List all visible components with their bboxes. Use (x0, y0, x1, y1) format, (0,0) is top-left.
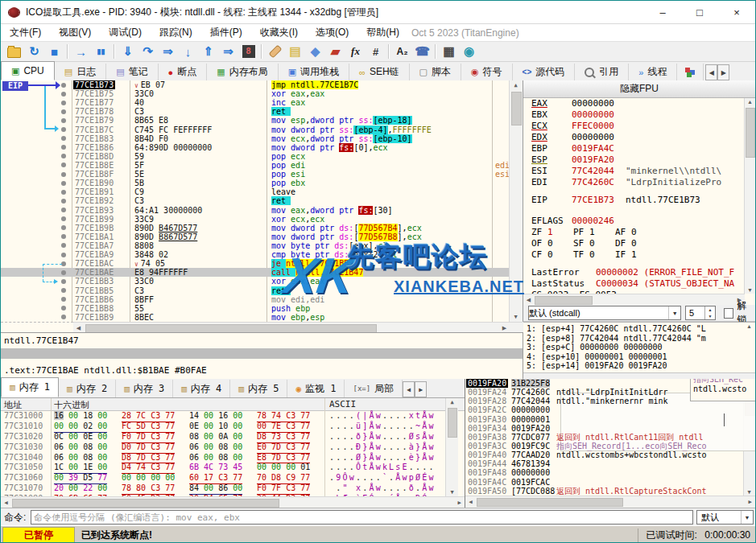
patch-icon[interactable] (265, 43, 285, 60)
breakpoint-dot[interactable] (61, 234, 66, 239)
stack-row[interactable]: 0019FA4077CAAD20ntdll.wcstombs+wbcstondl… (465, 450, 755, 459)
breakpoint-dot[interactable] (61, 225, 66, 230)
breakpoint-dot[interactable] (61, 208, 66, 212)
calling-convention-select[interactable]: 默认 (stdcall) ▼ (528, 306, 681, 320)
disasm-row[interactable]: 77CE1B73∨EB 07jmp ntdll.77CE1B7C (1, 80, 523, 89)
disasm-row[interactable]: 77CE1B9B890D B467D577mov dword ptr ds:[7… (1, 224, 523, 232)
disasm-row[interactable]: 77CE1B8E5Fpop ediedi (1, 161, 523, 170)
step-out-icon[interactable]: ⇑ (198, 43, 218, 60)
disasm-row[interactable]: 77CE1BB68BFFmov edi,edi (1, 295, 523, 304)
breakpoint-dot[interactable] (61, 127, 66, 132)
font-icon[interactable]: A₂ (392, 43, 412, 60)
stack-row[interactable]: 0019FA4C0019FCAC (465, 478, 755, 487)
dump-row[interactable]: 77C310501C 00 1E 00D4 74 C3 776B 4C 73 4… (1, 463, 465, 473)
label-icon[interactable]: # (366, 43, 386, 60)
register-row[interactable]: ESP0019FA20 (523, 154, 755, 166)
disasm-row[interactable]: 77CE1B8F5Epop esiesi (1, 170, 523, 179)
unlock-checkbox[interactable] (724, 308, 733, 319)
tab-notes[interactable]: ▤笔记 (106, 64, 158, 80)
breakpoint-dot[interactable] (61, 190, 66, 195)
register-row[interactable]: EDX00000000 (523, 132, 755, 143)
step-into-icon[interactable]: ⇓ (118, 43, 138, 60)
patches-icon[interactable]: ▤ (285, 43, 305, 60)
close-icon[interactable]: ■ (44, 43, 64, 60)
dump-row[interactable]: 77C3104006 00 08 00D8 7D C3 7706 00 08 0… (1, 453, 465, 463)
flags-row[interactable]: OF 0SF 0DF 0 (523, 238, 755, 249)
last-status-row[interactable]: LastStatusC0000034 (STATUS_OBJECT_NA (523, 278, 755, 290)
run-icon[interactable]: → (71, 43, 91, 60)
breakpoint-dot[interactable] (61, 136, 66, 141)
menu-item[interactable]: 文件(F) (1, 26, 50, 39)
disasm-row[interactable]: 77CE1B8D59pop ecx (1, 152, 523, 161)
flags-row[interactable]: CF 0TF 0IF 1 (523, 249, 755, 261)
execute-till-return-icon[interactable]: ↓ (178, 43, 198, 60)
dump-row[interactable]: 77C3106000 39 D5 7700 00 00 0060 17 C3 7… (1, 473, 465, 483)
calculator-icon[interactable]: ▦ (439, 43, 459, 60)
tab-script[interactable]: ▢脚本 (410, 64, 461, 80)
disasm-row[interactable]: 77CE1BB5C3ret (1, 286, 523, 295)
disasm-row[interactable]: 77CE1BA93848 02cmp byte ptr ds:[eax+2],c… (1, 250, 523, 259)
tab-locals[interactable]: [x=]局部 (345, 380, 403, 397)
disasm-row[interactable]: 77CE1B798B65 E8mov esp,dword ptr ss:[ebp… (1, 116, 523, 125)
tab-memory-map[interactable]: ▦内存布局 (207, 64, 278, 80)
menu-item[interactable]: 帮助(H) (357, 26, 408, 39)
command-profile-select[interactable]: 默认 ▼ (696, 510, 754, 524)
disasm-row[interactable]: 77CE1B92C3ret (1, 196, 523, 205)
tab-dump-2[interactable]: ▥内存 2 (59, 380, 116, 397)
argument-count-stepper[interactable]: 5 ▲▼ (685, 306, 716, 320)
register-row[interactable]: EIP77CE1B73ntdll.77CE1B73 (523, 195, 755, 206)
register-row[interactable]: EAX00000000 (523, 98, 755, 109)
stepper-arrows[interactable]: ▲▼ (704, 306, 715, 319)
breakpoint-dot[interactable] (61, 101, 66, 105)
dump-row[interactable]: 77C3107020 00 22 0078 80 C3 7784 00 86 0… (1, 483, 465, 494)
breakpoint-dot[interactable] (61, 243, 66, 248)
register-row[interactable]: EBP0019FA4C (523, 143, 755, 154)
dump-tab-scroll-left[interactable]: ◀ (403, 381, 415, 397)
disasm-row[interactable]: 77CE1B78C3ret (1, 107, 523, 116)
disasm-row[interactable]: 77CE1B838B4D F0mov ecx,dword ptr ss:[ebp… (1, 134, 523, 143)
flags-row[interactable]: ZF 1PF 1AF 0 (523, 227, 755, 238)
stack-row[interactable]: 0019FA2C00000000 (465, 405, 755, 414)
menu-item[interactable]: 跟踪(N) (151, 26, 201, 39)
breakpoint-dot[interactable] (61, 279, 66, 284)
disasm-row[interactable]: 77CE1B9364:A1 30000000mov eax,dword ptr … (1, 206, 523, 215)
tags-icon[interactable]: ◆ (305, 43, 325, 60)
tab-symbols[interactable]: ◉符号 (461, 64, 513, 80)
stack-row[interactable]: 0019FA3877CDC077返回到 ntdll.RtlCant11回到 nt… (465, 433, 755, 442)
disasm-row[interactable]: 77CE1BA1890D B867D577mov dword ptr ds:[7… (1, 232, 523, 241)
tab-source[interactable]: <>源代码 (513, 64, 576, 80)
arguments-scroll-up[interactable]: ▲ (744, 323, 754, 329)
dump-row[interactable]: 77C3100016 00 18 0028 7C C3 7714 00 16 0… (1, 411, 465, 422)
scylla-icon[interactable]: 8 (238, 43, 258, 60)
breakpoint-dot[interactable] (61, 216, 66, 221)
stack-row[interactable]: 0019FA4446781394 (465, 459, 755, 468)
breakpoint-dot[interactable] (61, 92, 66, 97)
breakpoint-dot[interactable] (61, 315, 66, 319)
stack-row[interactable]: 0019FA340019FA20 (465, 424, 755, 433)
disasm-row[interactable]: 77CE1BAEE8 94FFFFFFcall ntdll.77CE1B47 (1, 268, 523, 277)
dump-horizontal-scrollbar[interactable]: ◀ ▶ (1, 496, 465, 508)
tab-dump-1[interactable]: ▥内存 1 (1, 377, 59, 397)
chevron-down-icon[interactable]: ▼ (668, 306, 680, 319)
fx-icon[interactable]: fx (345, 43, 366, 60)
disasm-row[interactable]: 77CE1BB98BECmov ebp,esp (1, 313, 523, 322)
disasm-row[interactable]: 77CE1BB855push ebp (1, 304, 523, 313)
breakpoint-dot[interactable] (61, 306, 66, 311)
argument-row[interactable]: 3: [esp+C] 00000000 00000000 (523, 343, 755, 352)
tab-dump-5[interactable]: ▥内存 5 (230, 380, 287, 397)
breakpoint-dot[interactable] (61, 162, 66, 167)
open-file-icon[interactable] (4, 43, 24, 60)
run-to-user-code-icon[interactable]: ⇒ (218, 43, 238, 60)
registers-vertical-scrollbar[interactable]: ▲ ▼ (744, 98, 755, 294)
menu-item[interactable]: 选项(O) (307, 26, 357, 39)
menu-item[interactable]: 调试(D) (100, 26, 151, 39)
disasm-horizontal-scrollbar[interactable]: ◀ ▶ (73, 322, 523, 333)
pause-icon[interactable]: ▮▮ (91, 43, 111, 60)
chevron-down-icon[interactable]: ▼ (741, 511, 753, 524)
disasm-vertical-scrollbar[interactable]: ▲ ▼ (509, 80, 523, 322)
register-row[interactable]: ESI77C42044"minkernel\\ntdll\ (523, 166, 755, 177)
breakpoint-dot[interactable] (61, 253, 66, 257)
breakpoint-dot[interactable] (61, 172, 66, 177)
disasm-row[interactable]: 77CE1B7533C0xor eax,eax (1, 89, 523, 98)
tab-dump-3[interactable]: ▥内存 3 (116, 380, 173, 397)
